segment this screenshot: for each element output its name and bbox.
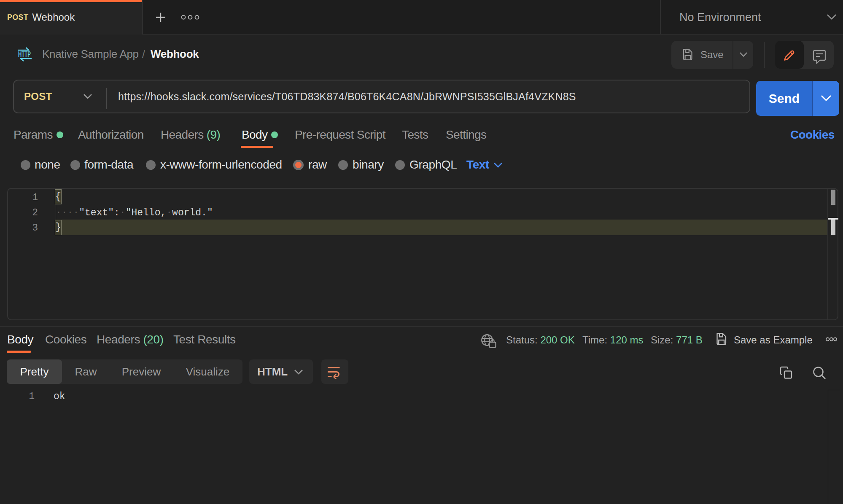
svg-text:HTTP: HTTP: [18, 50, 31, 58]
